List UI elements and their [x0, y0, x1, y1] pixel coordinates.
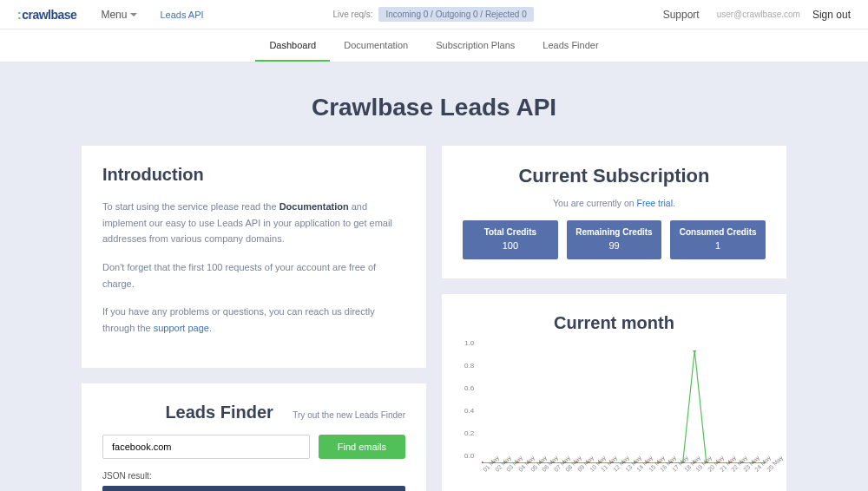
- tab-dashboard[interactable]: Dashboard: [255, 29, 330, 62]
- json-result-label: JSON result:: [102, 471, 405, 481]
- svg-point-25: [482, 462, 483, 463]
- tab-subscription-plans[interactable]: Subscription Plans: [422, 29, 529, 62]
- month-heading: Current month: [463, 313, 766, 333]
- subscription-card: Current Subscription You are currently o…: [442, 146, 786, 278]
- tab-documentation[interactable]: Documentation: [330, 29, 422, 62]
- live-requests-badge: Incoming 0 / Outgoing 0 / Rejected 0: [378, 7, 533, 22]
- user-email: user@crawlbase.com: [717, 10, 800, 19]
- metric-remaining-credits: Remaining Credits 99: [567, 220, 662, 259]
- support-link[interactable]: Support: [663, 9, 700, 21]
- chevron-down-icon: [130, 13, 137, 20]
- menu-dropdown[interactable]: Menu: [101, 9, 137, 21]
- intro-heading: Introduction: [102, 165, 405, 185]
- page-title: Crawlbase Leads API: [0, 94, 868, 121]
- find-emails-button[interactable]: Find emails: [319, 435, 405, 459]
- logo[interactable]: crawlbase: [17, 8, 76, 22]
- current-month-card: Current month 0.00.20.40.60.81.0 01 May0…: [442, 294, 786, 491]
- live-requests-readout: Live req/s: Incoming 0 / Outgoing 0 / Re…: [204, 10, 663, 19]
- chart-x-labels: 01 May02 May03 May04 May05 May06 May07 M…: [482, 468, 766, 475]
- tab-leads-finder[interactable]: Leads Finder: [529, 29, 612, 62]
- documentation-link[interactable]: Documentation: [279, 201, 349, 212]
- metric-total-credits: Total Credits 100: [463, 220, 558, 259]
- domain-input[interactable]: [102, 435, 310, 459]
- month-chart: 0.00.20.40.60.81.0: [482, 350, 766, 463]
- leads-api-link[interactable]: Leads API: [160, 10, 203, 20]
- sub-nav: Dashboard Documentation Subscription Pla…: [0, 29, 868, 62]
- tryout-link[interactable]: Try out the new Leads Finder: [293, 410, 405, 420]
- signout-link[interactable]: Sign out: [812, 9, 851, 21]
- support-page-link[interactable]: support page: [154, 323, 209, 333]
- metric-consumed-credits: Consumed Credits 1: [670, 220, 766, 259]
- plan-link[interactable]: Free trial: [637, 198, 673, 208]
- introduction-card: Introduction To start using the service …: [82, 146, 426, 368]
- topbar: crawlbase Menu Leads API Live req/s: Inc…: [0, 0, 868, 29]
- leads-finder-card: Leads Finder Try out the new Leads Finde…: [82, 383, 426, 491]
- subscription-heading: Current Subscription: [463, 165, 766, 187]
- finder-heading: Leads Finder: [102, 403, 293, 422]
- json-result-block: [ { "first_name": "Vandana", "last_name"…: [102, 486, 405, 491]
- svg-point-18: [693, 350, 696, 352]
